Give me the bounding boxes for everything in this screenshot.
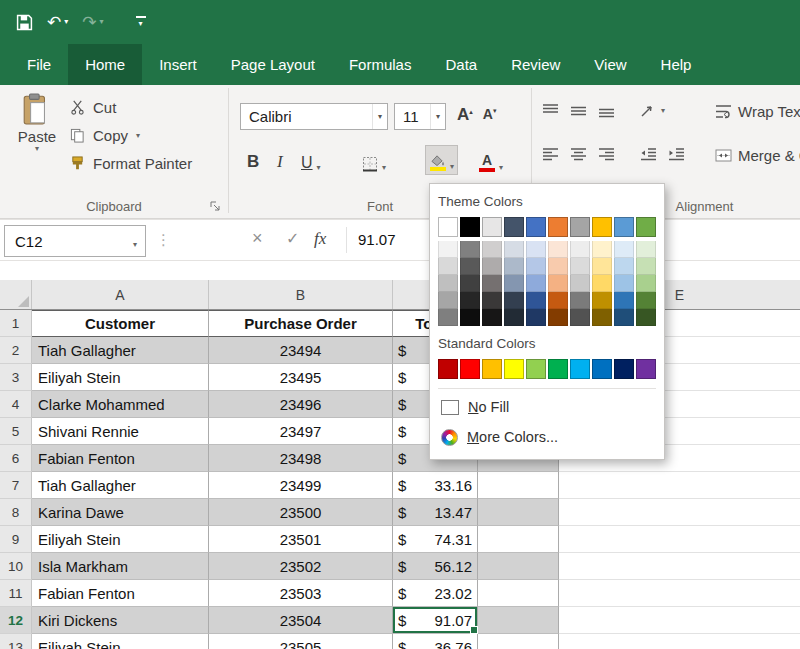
standard-color-swatch[interactable] [570, 359, 590, 379]
theme-color-variant-swatch[interactable] [482, 258, 502, 275]
fill-color-caret-icon[interactable]: ▾ [450, 163, 454, 171]
theme-color-variant-swatch[interactable] [614, 275, 634, 292]
theme-color-swatch[interactable] [482, 217, 502, 237]
cell-b7[interactable]: 23499 [209, 472, 393, 499]
paste-button[interactable]: Paste ▾ [8, 93, 66, 153]
theme-color-variant-swatch[interactable] [526, 258, 546, 275]
cell-b8[interactable]: 23500 [209, 499, 393, 526]
theme-color-swatch[interactable] [614, 217, 634, 237]
font-color-button[interactable]: A ▾ [479, 145, 503, 175]
theme-color-variant-swatch[interactable] [614, 309, 634, 326]
row-header[interactable]: 4 [0, 391, 32, 418]
redo-button[interactable]: ↷ ▾ [82, 14, 103, 31]
cell-a4[interactable]: Clarke Mohammed [32, 391, 209, 418]
cell-b6[interactable]: 23498 [209, 445, 393, 472]
theme-color-variant-swatch[interactable] [504, 275, 524, 292]
standard-color-swatch[interactable] [526, 359, 546, 379]
cell-a9[interactable]: Eiliyah Stein [32, 526, 209, 553]
cell-a11[interactable]: Fabian Fenton [32, 580, 209, 607]
font-size-caret-icon[interactable]: ▾ [436, 113, 440, 121]
cell-b13[interactable]: 23505 [209, 634, 393, 649]
cell-e12[interactable] [559, 607, 800, 634]
standard-color-swatch[interactable] [548, 359, 568, 379]
cell-e11[interactable] [559, 580, 800, 607]
theme-color-swatch[interactable] [526, 217, 546, 237]
cell-a7[interactable]: Tiah Gallagher [32, 472, 209, 499]
bold-button[interactable]: B [247, 145, 259, 175]
undo-button[interactable]: ↶ ▾ [47, 14, 68, 31]
underline-button[interactable]: U▾ [301, 145, 321, 175]
tab-review[interactable]: Review [494, 44, 577, 85]
theme-color-variant-swatch[interactable] [548, 258, 568, 275]
cell-a1[interactable]: Customer [32, 310, 209, 337]
cell-b4[interactable]: 23496 [209, 391, 393, 418]
theme-color-variant-swatch[interactable] [460, 275, 480, 292]
confirm-entry-icon[interactable]: ✓ [286, 229, 299, 248]
standard-color-swatch[interactable] [460, 359, 480, 379]
theme-color-variant-swatch[interactable] [548, 292, 568, 309]
tab-data[interactable]: Data [428, 44, 494, 85]
cell-a10[interactable]: Isla Markham [32, 553, 209, 580]
insert-function-icon[interactable]: fx [314, 229, 326, 249]
wrap-text-button[interactable]: Wrap Text [715, 103, 800, 120]
theme-color-variant-swatch[interactable] [592, 258, 612, 275]
font-size-combo[interactable]: 11 ▾ [394, 103, 446, 130]
theme-color-variant-swatch[interactable] [504, 292, 524, 309]
borders-caret-icon[interactable]: ▾ [382, 164, 386, 172]
cell-d8[interactable] [478, 499, 559, 526]
font-color-caret-icon[interactable]: ▾ [499, 164, 503, 172]
theme-color-variant-swatch[interactable] [614, 241, 634, 258]
theme-color-variant-swatch[interactable] [438, 292, 458, 309]
standard-color-swatch[interactable] [592, 359, 612, 379]
cell-e10[interactable] [559, 553, 800, 580]
undo-caret-icon[interactable]: ▾ [64, 18, 68, 26]
cell-a3[interactable]: Eiliyah Stein [32, 364, 209, 391]
more-colors-item[interactable]: More Colors... [438, 422, 656, 452]
theme-color-variant-swatch[interactable] [548, 309, 568, 326]
cell-b5[interactable]: 23497 [209, 418, 393, 445]
theme-color-variant-swatch[interactable] [504, 258, 524, 275]
theme-color-variant-swatch[interactable] [482, 309, 502, 326]
theme-color-variant-swatch[interactable] [504, 241, 524, 258]
format-painter-button[interactable]: Format Painter [70, 155, 192, 172]
theme-color-swatch[interactable] [592, 217, 612, 237]
theme-color-swatch[interactable] [504, 217, 524, 237]
theme-color-variant-swatch[interactable] [570, 241, 590, 258]
clipboard-dialog-launcher-icon[interactable] [210, 201, 221, 212]
cell-b12[interactable]: 23504 [209, 607, 393, 634]
cell-b10[interactable]: 23502 [209, 553, 393, 580]
align-left-icon[interactable] [542, 147, 559, 162]
font-name-combo[interactable]: Calibri ▾ [240, 103, 388, 130]
tab-file[interactable]: File [10, 44, 68, 85]
theme-color-variant-swatch[interactable] [636, 258, 656, 275]
cell-d9[interactable] [478, 526, 559, 553]
cell-b1[interactable]: Purchase Order [209, 310, 393, 337]
theme-color-swatch[interactable] [636, 217, 656, 237]
save-button[interactable] [16, 14, 33, 31]
row-header[interactable]: 7 [0, 472, 32, 499]
cut-button[interactable]: Cut [70, 99, 192, 116]
formula-input[interactable]: 91.07 [358, 231, 396, 248]
cell-e8[interactable] [559, 499, 800, 526]
theme-color-variant-swatch[interactable] [614, 258, 634, 275]
cell-e9[interactable] [559, 526, 800, 553]
increase-font-size-button[interactable]: A▴ [457, 105, 473, 125]
orientation-caret-icon[interactable]: ▾ [661, 107, 665, 115]
theme-color-variant-swatch[interactable] [570, 292, 590, 309]
orientation-button[interactable]: ▾ [640, 103, 665, 118]
cell-a6[interactable]: Fabian Fenton [32, 445, 209, 472]
tab-formulas[interactable]: Formulas [332, 44, 429, 85]
theme-color-swatch[interactable] [460, 217, 480, 237]
row-header[interactable]: 1 [0, 310, 32, 337]
row-header[interactable]: 8 [0, 499, 32, 526]
row-header[interactable]: 6 [0, 445, 32, 472]
name-box-caret-icon[interactable]: ▾ [133, 240, 137, 249]
cell-b3[interactable]: 23495 [209, 364, 393, 391]
copy-caret-icon[interactable]: ▾ [136, 132, 140, 140]
row-header[interactable]: 12 [0, 607, 32, 634]
column-header-b[interactable]: B [209, 280, 393, 309]
cell-b2[interactable]: 23494 [209, 337, 393, 364]
merge-center-button[interactable]: Merge & Center [715, 147, 800, 164]
increase-indent-icon[interactable] [668, 147, 685, 162]
row-header[interactable]: 9 [0, 526, 32, 553]
